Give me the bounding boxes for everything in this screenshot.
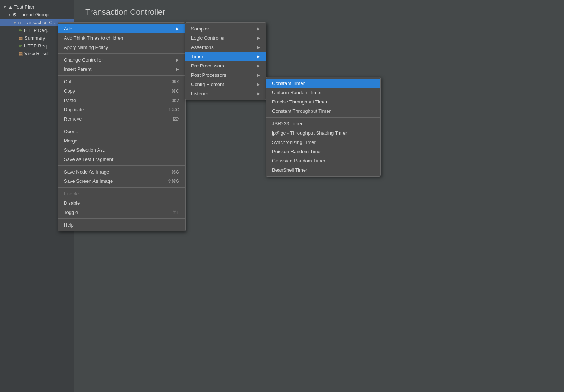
menu-item-post-processors-label: Post Processors (191, 72, 226, 78)
menu-item-synchronizing-timer[interactable]: Synchronizing Timer (266, 138, 380, 147)
menu-item-pre-processors[interactable]: Pre Processors ▶ (185, 61, 266, 70)
menu-item-enable-label: Enable (64, 191, 79, 197)
menu-item-save-selection-as[interactable]: Save Selection As... (58, 145, 185, 155)
menu-item-duplicate-label: Duplicate (64, 107, 84, 112)
thread-group-label: Thread Group (19, 12, 49, 17)
menu-item-add-think-times-label: Add Think Times to children (64, 35, 123, 41)
toggle-shortcut: ⌘T (172, 210, 179, 215)
menu-item-help[interactable]: Help (58, 220, 185, 230)
menu-item-change-controller[interactable]: Change Controller ▶ (58, 55, 185, 65)
menu-item-copy-label: Copy (64, 88, 75, 94)
menu-item-listener-label: Listener (191, 91, 208, 96)
menu-item-pre-processors-label: Pre Processors (191, 63, 224, 69)
menu-item-merge-label: Merge (64, 138, 78, 144)
menu-item-gaussian-random-timer-label: Gaussian Random Timer (272, 158, 325, 164)
menu-item-save-screen-as-image[interactable]: Save Screen As Image ⇧⌘G (58, 177, 185, 186)
menu-item-save-as-test-fragment-label: Save as Test Fragment (64, 157, 113, 162)
menu-item-constant-timer[interactable]: Constant Timer (266, 79, 380, 88)
http-req-icon-1: ✏ (19, 28, 22, 33)
menu-item-precise-throughput-timer[interactable]: Precise Throughput Timer (266, 97, 380, 106)
menu-item-toggle[interactable]: Toggle ⌘T (58, 208, 185, 217)
menu-item-disable[interactable]: Disable (58, 198, 185, 208)
menu-item-logic-controller[interactable]: Logic Controller ▶ (185, 33, 266, 43)
menu-item-cut[interactable]: Cut ⌘X (58, 77, 185, 86)
paste-shortcut: ⌘V (172, 98, 179, 103)
submenu-arrow-pre: ▶ (257, 64, 260, 68)
menu-item-save-node-as-image[interactable]: Save Node As Image ⌘G (58, 167, 185, 177)
menu-item-insert-parent[interactable]: Insert Parent ▶ (58, 65, 185, 74)
menu-item-save-as-test-fragment[interactable]: Save as Test Fragment (58, 155, 185, 164)
view-result-label: View Result... (24, 51, 54, 56)
separator-4 (58, 165, 185, 166)
expand-arrow-3: ▼ (13, 20, 17, 24)
menu-item-open[interactable]: Open... (58, 127, 185, 136)
context-menu-3: Constant Timer Uniform Random Timer Prec… (266, 77, 381, 177)
copy-shortcut: ⌘C (171, 89, 179, 94)
menu-item-duplicate[interactable]: Duplicate ⇧⌘C (58, 105, 185, 114)
menu-item-apply-naming-label: Apply Naming Policy (64, 45, 108, 50)
menu-item-change-controller-label: Change Controller (64, 57, 103, 63)
menu-item-add-label: Add (64, 26, 72, 32)
menu-item-precise-throughput-timer-label: Precise Throughput Timer (272, 99, 327, 105)
view-result-icon: ▦ (19, 51, 23, 56)
menu-item-insert-parent-label: Insert Parent (64, 66, 91, 72)
separator-1 (58, 53, 185, 54)
menu-item-beanshell-timer[interactable]: BeanShell Timer (266, 165, 380, 175)
submenu-arrow-sampler: ▶ (257, 27, 260, 31)
save-node-shortcut: ⌘G (171, 169, 179, 175)
menu-item-assertions-label: Assertions (191, 45, 214, 50)
test-plan-icon: ▲ (8, 4, 13, 10)
menu-item-merge[interactable]: Merge (58, 136, 185, 145)
menu-item-gaussian-random-timer[interactable]: Gaussian Random Timer (266, 156, 380, 165)
menu-item-logic-controller-label: Logic Controller (191, 35, 225, 41)
menu-item-sampler[interactable]: Sampler ▶ (185, 24, 266, 33)
test-plan-label: Test Plan (14, 4, 34, 10)
summary-icon: ▦ (19, 36, 23, 41)
submenu-arrow-post: ▶ (257, 73, 260, 77)
menu-item-save-node-as-image-label: Save Node As Image (64, 169, 109, 175)
menu-item-timer[interactable]: Timer ▶ (185, 52, 266, 61)
save-screen-shortcut: ⇧⌘G (168, 179, 179, 184)
menu-item-paste[interactable]: Paste ⌘V (58, 96, 185, 105)
menu-item-jpgc-timer[interactable]: jp@gc - Throughput Shaping Timer (266, 128, 380, 138)
menu-item-apply-naming[interactable]: Apply Naming Policy (58, 43, 185, 52)
tree-item-test-plan[interactable]: ▼ ▲ Test Plan (0, 3, 74, 11)
menu-item-constant-throughput-timer-label: Constant Throughput Timer (272, 108, 331, 114)
menu-item-add-think-times[interactable]: Add Think Times to children (58, 33, 185, 43)
menu-item-add[interactable]: Add ▶ (58, 24, 185, 33)
submenu-arrow-timer: ▶ (257, 55, 260, 59)
menu-item-post-processors[interactable]: Post Processors ▶ (185, 70, 266, 80)
menu-item-help-label: Help (64, 222, 74, 228)
menu-item-save-screen-as-image-label: Save Screen As Image (64, 178, 113, 184)
thread-group-icon: ⚙ (13, 12, 17, 17)
menu-item-jsr223-timer[interactable]: JSR223 Timer (266, 119, 380, 128)
menu-item-paste-label: Paste (64, 98, 76, 103)
tree-item-thread-group[interactable]: ▼ ⚙ Thread Group (0, 11, 74, 19)
menu-item-config-element[interactable]: Config Element ▶ (185, 80, 266, 89)
menu-item-assertions[interactable]: Assertions ▶ (185, 43, 266, 52)
transaction-controller-icon: □ (18, 20, 21, 25)
remove-shortcut: ⌦ (173, 116, 179, 122)
summary-label: Summary (24, 35, 45, 41)
menu-item-constant-throughput-timer[interactable]: Constant Throughput Timer (266, 106, 380, 116)
menu-item-remove-label: Remove (64, 116, 82, 122)
menu-item-copy[interactable]: Copy ⌘C (58, 86, 185, 96)
menu-item-poisson-random-timer[interactable]: Poisson Random Timer (266, 147, 380, 156)
http-req-2-label: HTTP Req... (24, 43, 51, 49)
submenu-arrow-config: ▶ (257, 82, 260, 86)
menu-item-timer-label: Timer (191, 54, 203, 59)
menu-item-poisson-random-timer-label: Poisson Random Timer (272, 149, 322, 154)
menu-item-disable-label: Disable (64, 200, 80, 206)
http-req-1-label: HTTP Req... (24, 27, 51, 33)
menu-item-listener[interactable]: Listener ▶ (185, 89, 266, 98)
cut-shortcut: ⌘X (172, 79, 179, 85)
submenu-arrow-listener: ▶ (257, 92, 260, 96)
menu-item-remove[interactable]: Remove ⌦ (58, 114, 185, 123)
menu-item-beanshell-timer-label: BeanShell Timer (272, 167, 307, 173)
separator-2 (58, 75, 185, 76)
menu-item-enable: Enable (58, 189, 185, 198)
menu-item-uniform-random-timer[interactable]: Uniform Random Timer (266, 88, 380, 97)
menu-item-sampler-label: Sampler (191, 26, 209, 32)
menu-item-open-label: Open... (64, 129, 80, 134)
timer-separator (266, 117, 380, 118)
